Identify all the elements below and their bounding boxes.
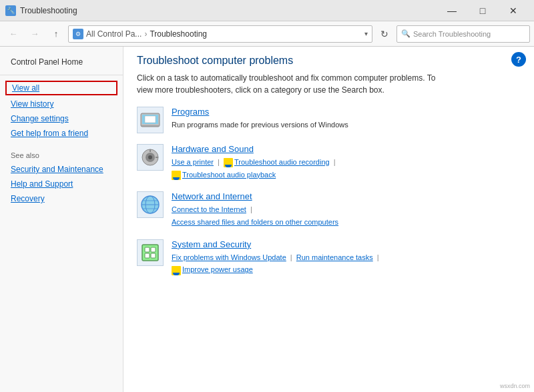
page-description: Click on a task to automatically trouble… <box>137 72 444 96</box>
app-icon: 🔧 <box>5 5 16 16</box>
page-title: Troubleshoot computer problems <box>137 55 521 67</box>
power-usage-link[interactable]: Improve power usage <box>182 265 253 273</box>
category-programs: Programs Run programs made for previous … <box>137 107 521 133</box>
network-icon <box>137 191 164 218</box>
search-icon: 🔍 <box>401 29 411 38</box>
sidebar-item-viewall[interactable]: View all <box>5 81 117 95</box>
forward-button[interactable]: → <box>25 25 44 43</box>
programs-title[interactable]: Programs <box>172 107 521 117</box>
network-links: Connect to the Internet | Access shared … <box>172 203 521 228</box>
watermark: wsxdn.com <box>500 383 530 389</box>
maintenance-link[interactable]: Run maintenance tasks <box>296 253 373 261</box>
svg-point-6 <box>148 155 152 159</box>
hardware-title[interactable]: Hardware and Sound <box>172 144 521 154</box>
system-title[interactable]: System and Security <box>172 239 521 249</box>
sidebar-item-recovery[interactable]: Recovery <box>0 191 123 206</box>
address-bar: ← → ↑ ⚙ All Control Pa... › Troubleshoot… <box>0 21 534 47</box>
search-box[interactable]: 🔍 Search Troubleshooting <box>396 25 530 43</box>
sidebar: Control Panel Home View all View history… <box>0 47 123 392</box>
minimize-button[interactable]: — <box>437 0 467 21</box>
sidebar-item-gethelp[interactable]: Get help from a friend <box>0 126 123 141</box>
hardware-icon <box>137 144 164 171</box>
breadcrumb-bar[interactable]: ⚙ All Control Pa... › Troubleshooting ▾ <box>68 25 372 43</box>
sidebar-item-home[interactable]: Control Panel Home <box>0 55 123 69</box>
sidebar-section-seealso: See also <box>0 141 123 162</box>
help-button[interactable]: ? <box>511 52 526 67</box>
breadcrumb-separator: › <box>144 29 147 39</box>
system-icon <box>137 239 164 266</box>
svg-rect-18 <box>151 253 156 258</box>
category-system: System and Security Fix problems with Wi… <box>137 239 521 276</box>
shield-icon-1 <box>224 158 233 167</box>
svg-rect-3 <box>141 125 160 127</box>
sidebar-item-security[interactable]: Security and Maintenance <box>0 162 123 177</box>
printer-link[interactable]: Use a printer <box>172 158 214 166</box>
programs-description: Run programs made for previous versions … <box>172 119 521 131</box>
network-title[interactable]: Network and Internet <box>172 191 521 201</box>
sidebar-item-changesettings[interactable]: Change settings <box>0 111 123 126</box>
close-button[interactable]: ✕ <box>498 0 529 21</box>
system-links: Fix problems with Windows Update | Run m… <box>172 251 521 276</box>
breadcrumb-icon: ⚙ <box>73 29 83 39</box>
shared-files-link[interactable]: Access shared files and folders on other… <box>172 218 338 226</box>
category-network: Network and Internet Connect to the Inte… <box>137 191 521 228</box>
audio-recording-link[interactable]: Troubleshoot audio recording <box>234 158 330 166</box>
search-input[interactable]: Search Troubleshooting <box>413 30 525 38</box>
sidebar-item-help[interactable]: Help and Support <box>0 177 123 191</box>
up-button[interactable]: ↑ <box>47 25 65 43</box>
network-content: Network and Internet Connect to the Inte… <box>172 191 521 228</box>
title-bar: 🔧 Troubleshooting — □ ✕ <box>0 0 534 21</box>
connect-link[interactable]: Connect to the Internet <box>172 205 246 213</box>
maximize-button[interactable]: □ <box>467 0 498 21</box>
svg-rect-15 <box>145 247 150 252</box>
windows-update-link[interactable]: Fix problems with Windows Update <box>172 253 286 261</box>
audio-playback-link[interactable]: Troubleshoot audio playback <box>182 171 276 179</box>
programs-icon <box>137 107 164 133</box>
svg-rect-2 <box>145 116 156 123</box>
system-content: System and Security Fix problems with Wi… <box>172 239 521 276</box>
svg-rect-16 <box>151 247 156 252</box>
breadcrumb-current: Troubleshooting <box>150 29 207 39</box>
sidebar-divider-1 <box>0 75 123 75</box>
hardware-links: Use a printer | Troubleshoot audio recor… <box>172 156 521 181</box>
category-hardware: Hardware and Sound Use a printer | Troub… <box>137 144 521 181</box>
shield-icon-3 <box>172 266 181 275</box>
content-area: ? Troubleshoot computer problems Click o… <box>123 47 534 392</box>
breadcrumb-dropdown-icon: ▾ <box>364 30 368 37</box>
breadcrumb-prefix: All Control Pa... <box>86 29 142 39</box>
main-window: Control Panel Home View all View history… <box>0 47 534 392</box>
svg-rect-17 <box>145 253 150 258</box>
window-title: Troubleshooting <box>20 6 77 15</box>
sidebar-item-viewhistory[interactable]: View history <box>0 97 123 111</box>
back-button[interactable]: ← <box>4 25 23 43</box>
programs-content: Programs Run programs made for previous … <box>172 107 521 131</box>
shield-icon-2 <box>172 171 181 180</box>
refresh-button[interactable]: ↻ <box>375 25 394 43</box>
title-bar-left: 🔧 Troubleshooting <box>5 5 77 16</box>
window-controls: — □ ✕ <box>437 0 529 21</box>
svg-rect-14 <box>142 245 158 261</box>
hardware-content: Hardware and Sound Use a printer | Troub… <box>172 144 521 181</box>
